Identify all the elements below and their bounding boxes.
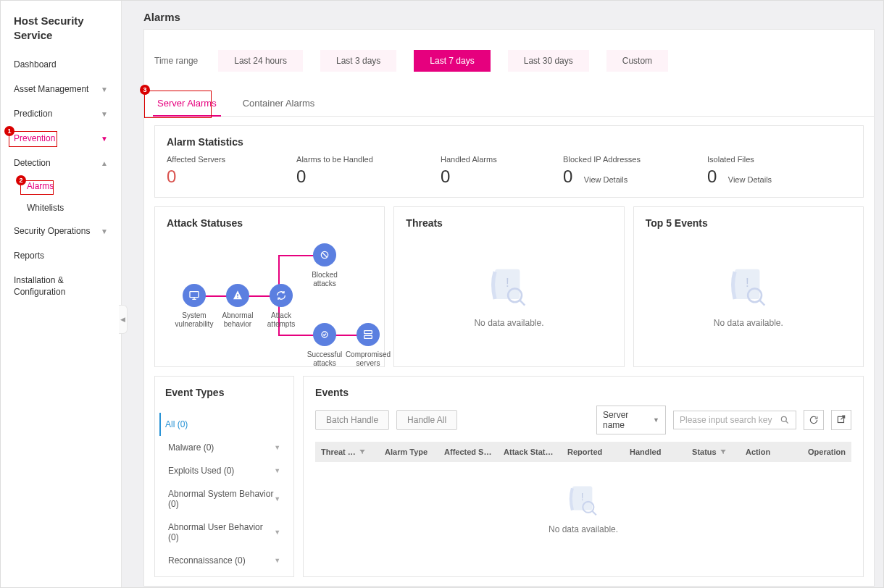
th-reported[interactable]: Reported <box>562 442 624 462</box>
node-abnormal-behavior: Abnormal behavior <box>214 311 261 329</box>
th-attack-status[interactable]: Attack Stat… <box>498 442 562 462</box>
nav-asset-management[interactable]: Asset Management▼ <box>1 77 121 101</box>
chevron-up-icon: ▲ <box>101 159 108 167</box>
node-system-vulnerability: System vulnerability <box>171 311 217 329</box>
attack-statuses-title: Attack Statuses <box>167 217 372 229</box>
th-alarm-type[interactable]: Alarm Type <box>379 442 438 462</box>
svg-rect-6 <box>364 335 372 338</box>
svg-line-10 <box>520 301 525 306</box>
time-chip-3d[interactable]: Last 3 days <box>320 50 396 72</box>
stat-handled-label: Handled Alarms <box>441 155 563 164</box>
search-input[interactable]: Please input search key <box>673 411 796 429</box>
event-types-card: Event Types All (0) Malware (0)▼ Exploit… <box>154 376 294 577</box>
event-type-all[interactable]: All (0) <box>159 413 283 436</box>
th-status[interactable]: Status <box>686 442 740 462</box>
time-chip-30d[interactable]: Last 30 days <box>508 50 589 72</box>
annotation-badge-2: 2 <box>16 175 26 185</box>
chevron-down-icon: ▼ <box>274 467 280 474</box>
top-events-title: Top 5 Events <box>646 217 851 229</box>
events-empty-text: No data available. <box>549 524 618 534</box>
threats-title: Threats <box>406 217 612 229</box>
node-successful-attacks: Successful attacks <box>301 350 348 368</box>
chevron-down-icon: ▼ <box>274 444 280 451</box>
empty-icon: ! <box>562 482 604 517</box>
threats-card: Threats ! No data available. <box>393 206 624 367</box>
chevron-down-icon: ▼ <box>101 85 108 93</box>
alarm-tabs: 3 Server Alarms Container Alarms <box>144 91 874 117</box>
annotation-badge-3: 3 <box>140 85 150 95</box>
event-type-abn-user[interactable]: Abnormal User Behavior (0)▼ <box>165 516 283 549</box>
nav-installation-configuration[interactable]: Installation & Configuration <box>1 268 121 305</box>
refresh-button[interactable] <box>804 410 824 430</box>
bug-success-icon <box>313 323 336 346</box>
th-operation[interactable]: Operation <box>802 442 851 462</box>
annotation-box-1 <box>9 131 57 147</box>
stat-isolated-link[interactable]: View Details <box>728 175 772 184</box>
collapse-sidebar-icon[interactable]: ◀ <box>119 305 128 334</box>
svg-rect-2 <box>237 297 238 298</box>
alarm-statistics-title: Alarm Statistics <box>167 136 851 148</box>
stat-isolated-label: Isolated Files <box>707 155 851 164</box>
top-events-card: Top 5 Events ! No data available. <box>633 206 864 367</box>
svg-point-15 <box>781 416 786 421</box>
top-events-empty-text: No data available. <box>714 318 783 328</box>
nav-whitelists[interactable]: Whitelists <box>1 197 121 219</box>
event-type-abn-system[interactable]: Abnormal System Behavior (0)▼ <box>165 482 283 516</box>
nav-dashboard[interactable]: Dashboard <box>1 52 121 77</box>
empty-icon: ! <box>483 264 534 308</box>
node-compromised-servers: Compromised servers <box>345 350 391 368</box>
event-type-recon[interactable]: Reconnaissance (0)▼ <box>165 549 283 572</box>
svg-text:!: ! <box>506 275 509 290</box>
stat-affected-label: Affected Servers <box>167 155 296 164</box>
monitor-icon <box>183 284 206 307</box>
events-table: Threat … Alarm Type Affected S… Attack S… <box>315 442 851 539</box>
sidebar: Host Security Service Dashboard Asset Ma… <box>1 1 122 587</box>
stat-blocked-link[interactable]: View Details <box>584 175 627 184</box>
stat-tohandle-value: 0 <box>296 167 306 187</box>
nav-reports[interactable]: Reports <box>1 243 121 268</box>
svg-rect-0 <box>190 292 199 298</box>
stat-blocked-value: 0 <box>563 167 572 187</box>
alarm-statistics-card: Alarm Statistics Affected Servers 0 Alar… <box>154 125 864 198</box>
bug-blocked-icon <box>313 243 336 266</box>
events-title: Events <box>315 387 851 398</box>
chevron-down-icon: ▼ <box>101 110 108 118</box>
attack-statuses-card: Attack Statuses System vuln <box>154 206 385 367</box>
refresh-icon <box>809 415 819 425</box>
svg-text:!: ! <box>746 275 749 290</box>
event-types-title: Event Types <box>165 387 283 398</box>
nav-prediction[interactable]: Prediction▼ <box>1 101 121 126</box>
stat-isolated-value: 0 <box>707 167 717 187</box>
empty-icon: ! <box>723 264 774 308</box>
time-chip-7d[interactable]: Last 7 days <box>414 50 490 72</box>
batch-handle-button[interactable]: Batch Handle <box>315 410 389 430</box>
event-type-malware[interactable]: Malware (0)▼ <box>165 436 283 459</box>
chevron-down-icon: ▼ <box>101 135 108 143</box>
app-title: Host Security Service <box>1 8 121 52</box>
th-action[interactable]: Action <box>740 442 802 462</box>
search-field-select[interactable]: Server name ▼ <box>596 406 666 434</box>
chevron-down-icon: ▼ <box>101 227 108 235</box>
filter-icon <box>359 448 366 455</box>
time-chip-24h[interactable]: Last 24 hours <box>218 50 303 72</box>
node-attack-attempts: Attack attempts <box>258 311 304 329</box>
th-affected[interactable]: Affected S… <box>438 442 498 462</box>
recycle-icon <box>270 284 293 307</box>
nav-detection[interactable]: Detection▲ <box>1 151 121 175</box>
chevron-down-icon: ▼ <box>274 529 280 536</box>
stat-affected-value: 0 <box>167 167 176 187</box>
svg-rect-5 <box>364 331 372 334</box>
time-chip-custom[interactable]: Custom <box>606 50 668 72</box>
handle-all-button[interactable]: Handle All <box>396 410 457 430</box>
nav-security-operations[interactable]: Security Operations▼ <box>1 219 121 243</box>
page-title: Alarms <box>143 11 875 23</box>
th-handled[interactable]: Handled <box>624 442 686 462</box>
th-threat[interactable]: Threat … <box>315 442 379 462</box>
export-button[interactable] <box>831 410 851 430</box>
tab-container-alarms[interactable]: Container Alarms <box>230 91 328 116</box>
annotation-badge-1: 1 <box>4 126 14 136</box>
chevron-down-icon: ▼ <box>274 557 280 564</box>
event-type-exploits[interactable]: Exploits Used (0)▼ <box>165 459 283 482</box>
node-blocked-attacks: Blocked attacks <box>301 271 348 288</box>
search-icon <box>780 415 790 425</box>
